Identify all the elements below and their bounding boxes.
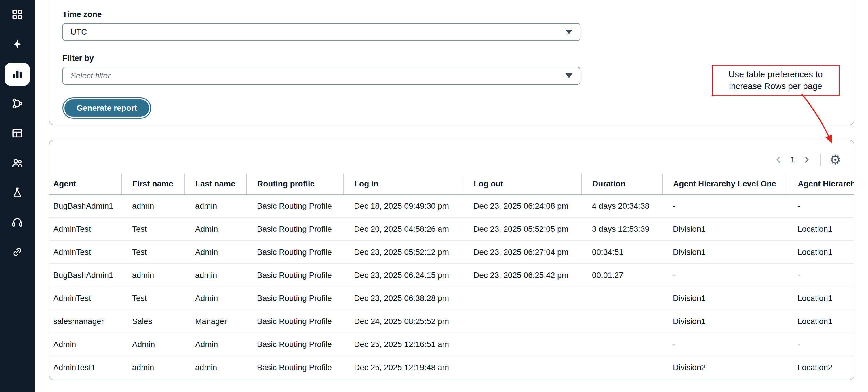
headset-icon [11,216,23,229]
sidebar [0,0,34,392]
table-cell [582,287,662,310]
table-cell: Sales [122,310,185,333]
bar-chart-icon [11,68,23,81]
table-cell: AdminTest [49,218,122,241]
table-cell: Admin [185,333,247,356]
table-cell: Basic Routing Profile [247,333,344,356]
sidebar-item-routing[interactable] [5,92,30,116]
sidebar-item-integrations[interactable] [5,241,30,264]
table-row: BugBashAdmin1adminadminBasic Routing Pro… [49,195,855,218]
current-page-number[interactable]: 1 [790,155,796,164]
table-row: AdminTestTestAdminBasic Routing ProfileD… [49,218,855,241]
column-header[interactable]: Agent Hierarchy Level One [662,173,787,195]
table-cell: - [662,195,787,218]
table-cell: - [787,264,855,287]
table-cell [463,356,582,379]
table-cell: - [787,195,855,218]
table-cell: BugBashAdmin1 [49,264,122,287]
table-cell: Manager [185,310,247,333]
previous-page-button[interactable] [774,155,783,165]
column-header[interactable]: First name [122,173,185,195]
sidebar-item-analytics[interactable] [5,63,30,86]
sidebar-item-home[interactable] [5,3,30,27]
table-cell: Dec 23, 2025 06:24:15 pm [344,264,463,287]
column-header[interactable]: Agent Hierarchy Level Two [787,173,855,195]
table-header-row: AgentFirst nameLast nameRouting profileL… [49,173,855,195]
generate-report-focus-ring: Generate report [62,97,151,119]
table-cell: Admin [185,218,247,241]
table-cell: Admin [122,333,185,356]
table-cell: Basic Routing Profile [247,287,344,310]
table-cell [582,310,662,333]
table-cell: BugBashAdmin1 [49,195,122,218]
table-cell: Basic Routing Profile [247,310,344,333]
table-cell: admin [185,356,247,379]
sidebar-item-ai-assistant[interactable] [5,33,30,56]
table-row: BugBashAdmin1adminadminBasic Routing Pro… [49,264,855,287]
table-cell: - [662,333,787,356]
table-cell [582,356,662,379]
table-cell: Admin [185,241,247,264]
table-cell: Dec 23, 2025 05:52:05 pm [463,218,582,241]
table-cell: admin [122,264,185,287]
table-cell: Dec 23, 2025 05:52:12 pm [344,241,463,264]
table-cell: Basic Routing Profile [247,218,344,241]
table-cell: Dec 23, 2025 06:25:42 pm [463,264,582,287]
table-cell: Dec 18, 2025 09:49:30 pm [344,195,463,218]
chevron-down-icon [565,74,572,78]
table-cell [463,287,582,310]
table-cell: Basic Routing Profile [247,195,344,218]
table-row: salesmanagerSalesManagerBasic Routing Pr… [49,310,855,333]
generate-report-button[interactable]: Generate report [64,100,149,117]
layout-icon [11,127,23,140]
timezone-label: Time zone [62,10,841,19]
pagination: 1 ⚙ [774,153,841,166]
sparkle-icon [11,38,23,51]
table-cell: 00:34:51 [582,241,662,264]
column-header[interactable]: Routing profile [247,173,344,195]
sidebar-item-support[interactable] [5,211,30,234]
table-cell: Location2 [787,356,855,379]
table-cell: admin [122,356,185,379]
table-cell: salesmanager [49,310,122,333]
filter-select[interactable]: Select filter [62,67,581,85]
column-header[interactable]: Log out [463,173,582,195]
table-cell: 00:01:27 [582,264,662,287]
timezone-select[interactable]: UTC [62,23,581,41]
sidebar-item-labs[interactable] [5,181,30,205]
sidebar-item-workspace[interactable] [5,122,30,145]
grid-icon [11,8,23,22]
report-table: AgentFirst nameLast nameRouting profileL… [49,173,855,379]
table-cell: Location1 [787,310,855,333]
table-row: AdminTest1adminadminBasic Routing Profil… [49,356,855,379]
table-cell: Location1 [787,218,855,241]
table-cell: Dec 24, 2025 08:25:52 pm [344,310,463,333]
column-header[interactable]: Last name [185,173,247,195]
next-page-button[interactable] [802,155,812,165]
table-cell: Admin [185,287,247,310]
table-cell: Basic Routing Profile [247,241,344,264]
column-header[interactable]: Log in [344,173,463,195]
table-cell: Location1 [787,287,855,310]
table-cell: AdminTest [49,287,122,310]
column-header[interactable]: Duration [582,173,662,195]
gear-icon[interactable]: ⚙ [830,153,841,166]
annotation-callout: Use table preferences to increase Rows p… [712,65,839,96]
table-cell: Division1 [662,310,787,333]
table-cell: Test [122,287,185,310]
table-cell: Division2 [662,356,787,379]
sidebar-item-users[interactable] [5,152,30,175]
table-cell: - [787,333,855,356]
table-row: AdminTestTestAdminBasic Routing ProfileD… [49,287,855,310]
table-cell: admin [122,195,185,218]
table-cell: Dec 23, 2025 06:27:04 pm [463,241,582,264]
report-form-card: Time zone UTC Filter by Select filter Ge… [49,0,855,125]
flow-icon [11,97,23,111]
column-header[interactable]: Agent [49,173,122,195]
table-cell: Division1 [662,241,787,264]
table-cell: - [662,264,787,287]
pagination-divider [820,153,821,166]
report-table-card: 1 ⚙ AgentFirst nameLast nameRouting prof… [49,140,855,380]
table-cell: Test [122,241,185,264]
table-cell: 3 days 12:53:39 [582,218,662,241]
